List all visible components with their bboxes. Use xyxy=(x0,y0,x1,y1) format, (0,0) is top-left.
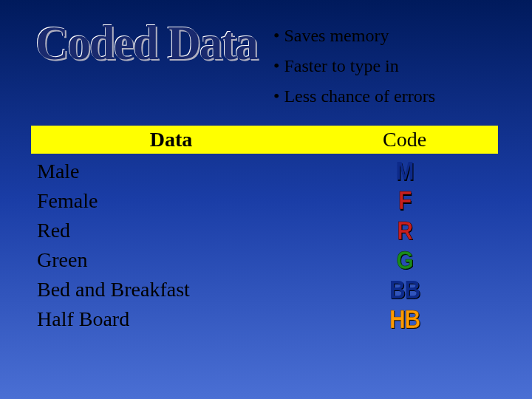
table-row: Green G xyxy=(31,245,498,275)
table-row: Half Board HB xyxy=(31,304,498,334)
header-code: Code xyxy=(311,128,498,151)
cell-code: BB xyxy=(311,275,498,304)
bullet-item: Faster to type in xyxy=(273,51,435,81)
cell-data: Green xyxy=(31,248,311,272)
bullet-list: Saves memory Faster to type in Less chan… xyxy=(273,21,435,111)
cell-data: Male xyxy=(31,160,311,183)
header-data: Data xyxy=(31,128,311,151)
table-header-row: Data Code xyxy=(31,126,498,154)
cell-data: Half Board xyxy=(31,307,311,331)
bullet-item: Saves memory xyxy=(273,21,435,51)
table-row: Female F xyxy=(31,186,498,216)
data-code-table: Data Code Male M Female F Red R Green G … xyxy=(31,126,498,334)
table-row: Red R xyxy=(31,216,498,245)
cell-code: R xyxy=(311,216,498,245)
table-row: Male M xyxy=(31,157,498,186)
bullet-item: Less chance of errors xyxy=(273,81,435,112)
cell-code: HB xyxy=(311,304,498,333)
cell-code: G xyxy=(311,245,498,274)
cell-code: M xyxy=(311,157,498,185)
cell-data: Red xyxy=(31,219,311,242)
cell-data: Female xyxy=(31,189,311,213)
table-body: Male M Female F Red R Green G Bed and Br… xyxy=(31,154,498,334)
slide-title: Coded Data xyxy=(35,15,257,71)
cell-data: Bed and Breakfast xyxy=(31,278,311,301)
table-row: Bed and Breakfast BB xyxy=(31,275,498,304)
cell-code: F xyxy=(311,186,498,215)
